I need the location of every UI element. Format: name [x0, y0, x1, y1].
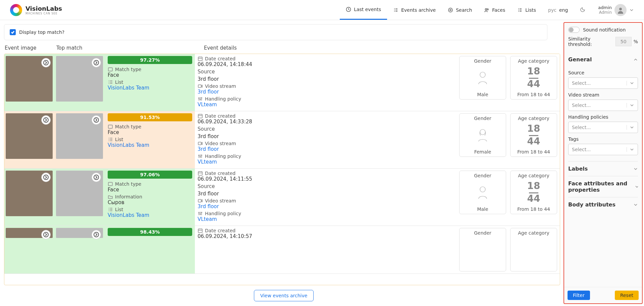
user-name: admin: [598, 5, 612, 10]
logo-icon: [10, 4, 22, 16]
svg-point-12: [44, 118, 48, 122]
display-top-match-checkbox[interactable]: [10, 29, 16, 35]
handling-policy-link[interactable]: VLteam: [198, 102, 455, 108]
event-image-thumb[interactable]: [6, 113, 53, 159]
moon-icon: [580, 6, 586, 12]
nav-faces[interactable]: Faces: [478, 0, 511, 20]
svg-point-11: [480, 72, 485, 77]
filter-handling-policies-label: Handling policies: [568, 114, 638, 120]
event-image-thumb[interactable]: [6, 56, 53, 102]
svg-point-23: [480, 187, 485, 192]
camera-icon: [198, 141, 203, 146]
expand-event-image-button[interactable]: [41, 230, 51, 239]
user-menu[interactable]: admin Admin: [592, 4, 634, 16]
top-match-thumb[interactable]: [56, 228, 103, 238]
svg-rect-16: [198, 142, 201, 145]
event-row[interactable]: 97.27% Match type Face List VisionLabs T…: [4, 54, 560, 111]
expand-top-match-button[interactable]: [92, 58, 101, 67]
handling-policy-link[interactable]: VLteam: [198, 159, 455, 165]
top-match-thumb[interactable]: [56, 171, 103, 216]
sound-notification-toggle[interactable]: [568, 27, 580, 33]
view-events-archive-button[interactable]: View events archive: [254, 290, 314, 301]
filter-button[interactable]: Filter: [568, 291, 590, 300]
events-list[interactable]: 97.27% Match type Face List VisionLabs T…: [4, 54, 560, 285]
brand-tagline: MACHINES CAN SEE: [25, 12, 62, 15]
expand-event-image-button[interactable]: [41, 115, 51, 125]
video-stream-link[interactable]: 3rd floor: [198, 89, 455, 95]
svg-rect-10: [198, 85, 201, 87]
gender-card: Gender: [459, 228, 506, 271]
section-general[interactable]: General: [568, 52, 638, 67]
nav-search[interactable]: Search: [442, 0, 478, 20]
top-match-thumb[interactable]: [56, 113, 103, 159]
match-list-link[interactable]: VisionLabs Team: [108, 85, 192, 91]
event-row[interactable]: 98.43% Date created 06.09.2024, 14:10:57…: [4, 226, 560, 274]
theme-toggle[interactable]: [574, 6, 592, 13]
sound-notification-label: Sound notification: [583, 27, 626, 33]
expand-top-match-button[interactable]: [92, 115, 101, 125]
svg-rect-14: [108, 125, 112, 128]
filter-video-stream-select[interactable]: Select...: [568, 100, 638, 111]
chevron-down-icon: [630, 125, 634, 130]
folder-icon: [108, 194, 113, 199]
handling-policy-link[interactable]: VLteam: [198, 216, 455, 222]
svg-point-5: [619, 8, 622, 10]
similarity-threshold-input[interactable]: [615, 37, 632, 46]
lang-en[interactable]: eng: [559, 7, 568, 13]
nav-events-archive[interactable]: Events archive: [387, 0, 442, 20]
brand-name: VisionLabs: [25, 5, 62, 12]
camera-icon: [198, 198, 203, 203]
main-nav: Last events Events archive Search Faces …: [340, 0, 634, 20]
reset-button[interactable]: Reset: [615, 291, 639, 300]
language-switch[interactable]: рус eng: [542, 7, 574, 13]
top-match-thumb[interactable]: [56, 56, 103, 102]
similarity-badge: 97.06%: [108, 171, 192, 179]
gender-card: Gender Male: [459, 56, 506, 100]
filter-source-select[interactable]: Select...: [568, 77, 638, 89]
expand-arrow-icon: [43, 232, 49, 237]
section-labels-label: Labels: [568, 166, 588, 172]
expand-top-match-button[interactable]: [92, 173, 101, 182]
column-headers: Event image Top match Event details: [4, 40, 564, 54]
section-body-attributes[interactable]: Body attributes: [568, 197, 638, 212]
section-labels[interactable]: Labels: [568, 161, 638, 176]
filter-tags-label: Tags: [568, 136, 638, 142]
event-image-thumb[interactable]: [6, 228, 53, 238]
section-face-attributes[interactable]: Face attributes and properties: [568, 176, 638, 197]
svg-point-19: [94, 175, 99, 180]
video-stream-link[interactable]: 3rd floor: [198, 203, 455, 209]
lang-ru[interactable]: рус: [548, 7, 556, 13]
svg-point-25: [94, 232, 99, 237]
people-icon: [484, 7, 489, 13]
expand-top-match-button[interactable]: [92, 230, 101, 239]
col-event-details: Event details: [204, 45, 563, 51]
section-general-label: General: [568, 56, 592, 63]
expand-event-image-button[interactable]: [41, 173, 51, 182]
expand-event-image-button[interactable]: [41, 58, 51, 67]
svg-point-17: [480, 129, 485, 135]
event-row[interactable]: 91.53% Match type Face List VisionLabs T…: [4, 111, 560, 169]
filter-tags-select[interactable]: Select...: [568, 144, 638, 155]
match-list-link[interactable]: VisionLabs Team: [108, 212, 192, 218]
camera-icon: [198, 83, 203, 89]
similarity-badge: 98.43%: [108, 228, 192, 236]
filter-handling-policies-select[interactable]: Select...: [568, 122, 638, 133]
logo[interactable]: VisionLabs MACHINES CAN SEE: [10, 4, 62, 16]
col-event-image: Event image: [5, 45, 56, 51]
chevron-down-icon: [633, 167, 638, 171]
chevron-down-icon: [630, 103, 634, 108]
video-stream-link[interactable]: 3rd floor: [198, 146, 455, 152]
filter-source-label: Source: [568, 70, 638, 75]
target-icon: [448, 7, 453, 13]
nav-last-events[interactable]: Last events: [340, 0, 387, 20]
event-row[interactable]: 97.06% Match type Face InformationСыров …: [4, 169, 560, 226]
nav-lists[interactable]: Lists: [511, 0, 542, 20]
event-image-thumb[interactable]: [6, 171, 53, 216]
calendar-icon: [198, 171, 203, 176]
match-list-link[interactable]: VisionLabs Team: [108, 142, 192, 148]
chevron-down-icon: [629, 8, 634, 12]
top-header: VisionLabs MACHINES CAN SEE Last events …: [0, 0, 644, 20]
select-placeholder: Select...: [572, 103, 591, 108]
svg-point-2: [450, 9, 451, 11]
svg-point-1: [448, 8, 452, 12]
